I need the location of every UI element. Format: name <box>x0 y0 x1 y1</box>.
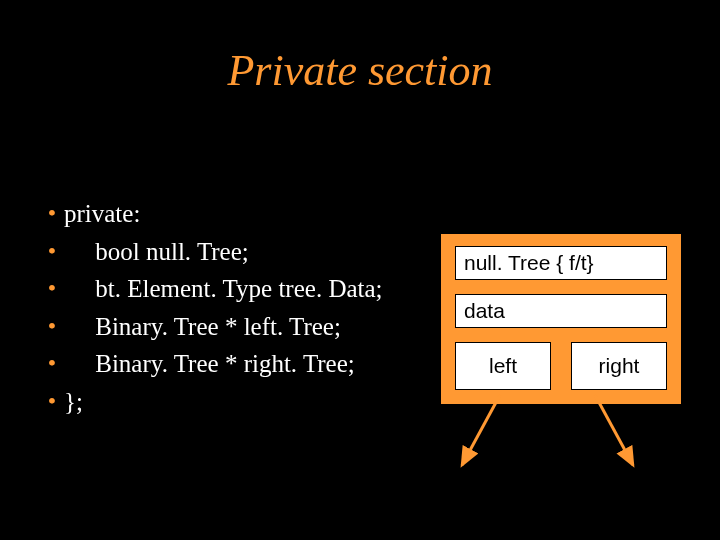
bullet-item: • private: <box>40 195 440 233</box>
left-box: left <box>455 342 551 390</box>
slide-title: Private section <box>0 45 720 96</box>
svg-line-1 <box>595 395 633 465</box>
bullet-item: • bool null. Tree; <box>40 233 440 271</box>
bullet-item: • }; <box>40 383 440 421</box>
bullet-icon: • <box>40 195 64 231</box>
bullet-item: • Binary. Tree * right. Tree; <box>40 345 440 383</box>
svg-line-0 <box>462 395 500 465</box>
bullet-icon: • <box>40 345 64 381</box>
bullet-icon: • <box>40 308 64 344</box>
bullet-icon: • <box>40 270 64 306</box>
arrow-right-icon <box>575 390 645 480</box>
bullet-text: private: <box>64 195 140 233</box>
bullet-text: }; <box>64 383 83 421</box>
nulltree-box: null. Tree { f/t} <box>455 246 667 280</box>
bullet-icon: • <box>40 233 64 269</box>
bullet-list: • private: • bool null. Tree; • bt. Elem… <box>40 195 440 420</box>
bullet-text: bt. Element. Type tree. Data; <box>64 270 383 308</box>
bullet-item: • Binary. Tree * left. Tree; <box>40 308 440 346</box>
bullet-text: Binary. Tree * left. Tree; <box>64 308 341 346</box>
slide: Private section • private: • bool null. … <box>0 0 720 540</box>
bullet-text: Binary. Tree * right. Tree; <box>64 345 355 383</box>
arrow-left-icon <box>450 390 520 480</box>
bullet-text: bool null. Tree; <box>64 233 249 271</box>
bullet-item: • bt. Element. Type tree. Data; <box>40 270 440 308</box>
bullet-icon: • <box>40 383 64 419</box>
node-diagram: null. Tree { f/t} data left right <box>440 233 682 405</box>
data-box: data <box>455 294 667 328</box>
right-box: right <box>571 342 667 390</box>
